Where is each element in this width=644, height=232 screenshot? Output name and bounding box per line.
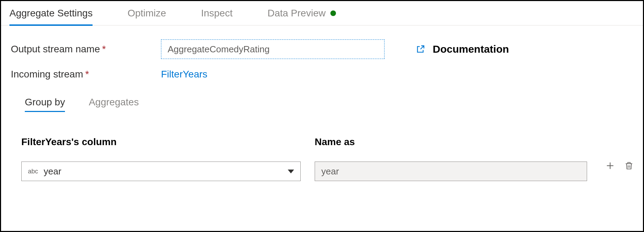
column-type-icon: abc xyxy=(28,168,38,175)
delete-icon[interactable] xyxy=(624,161,634,171)
documentation-label: Documentation xyxy=(433,43,509,55)
subtab-aggregates[interactable]: Aggregates xyxy=(89,97,139,111)
tab-optimize[interactable]: Optimize xyxy=(127,1,166,25)
aggregate-subtabs: Group by Aggregates xyxy=(11,97,633,111)
group-by-column-dropdown[interactable]: abc year xyxy=(21,162,301,181)
tab-data-preview[interactable]: Data Preview xyxy=(268,1,336,25)
external-link-icon xyxy=(416,45,425,54)
tab-aggregate-settings[interactable]: Aggregate Settings xyxy=(9,1,93,25)
incoming-stream-label: Incoming stream* xyxy=(11,69,161,80)
status-indicator-icon xyxy=(330,10,336,16)
column-header-source: FilterYears's column xyxy=(21,136,301,148)
tab-inspect[interactable]: Inspect xyxy=(201,1,233,25)
group-by-column-value: year xyxy=(44,166,61,177)
chevron-down-icon xyxy=(288,170,294,173)
incoming-stream-link[interactable]: FilterYears xyxy=(161,69,207,80)
output-stream-name-label: Output stream name* xyxy=(11,44,161,55)
tab-data-preview-label: Data Preview xyxy=(268,8,326,19)
settings-tabs: Aggregate Settings Optimize Inspect Data… xyxy=(1,1,643,25)
add-icon[interactable] xyxy=(605,161,615,171)
output-stream-name-input[interactable] xyxy=(161,39,385,59)
documentation-link[interactable]: Documentation xyxy=(416,43,509,55)
column-header-name-as: Name as xyxy=(315,136,587,148)
subtab-group-by[interactable]: Group by xyxy=(25,97,65,111)
name-as-input[interactable] xyxy=(315,162,587,181)
